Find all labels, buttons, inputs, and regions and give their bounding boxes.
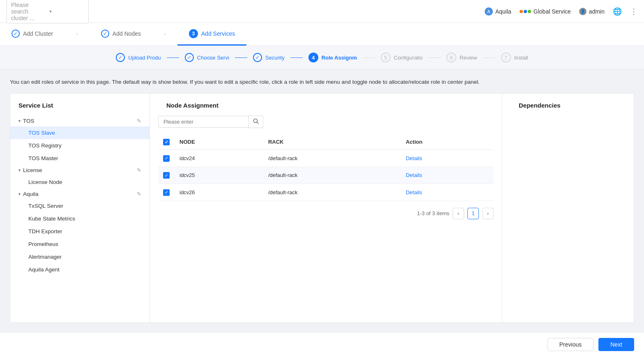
step-line-2 [235, 57, 247, 58]
num-icon-step4: 4 [308, 53, 318, 62]
service-group-tos-header[interactable]: ▾ TOS ✎ [10, 115, 150, 126]
service-item-tos-master[interactable]: TOS Master [10, 152, 150, 165]
check-icon-add-cluster: ✓ [12, 30, 20, 38]
tab-add-cluster[interactable]: ✓ Add Cluster [0, 23, 64, 46]
table-row: idcv25 /default-rack Details [158, 167, 494, 184]
aquila-label: Aquila [495, 8, 511, 15]
table-row: idcv26 /default-rack Details [158, 184, 494, 201]
search-icon [253, 118, 259, 124]
service-group-tos: ▾ TOS ✎ TOS Slave TOS Registry TOS Maste… [10, 115, 150, 165]
service-item-txsql-server[interactable]: TxSQL Server [10, 200, 150, 212]
check-icon-step3: ✓ [253, 53, 262, 62]
table-row: idcv24 /default-rack Details [158, 150, 494, 167]
step-install-label: Install [514, 55, 528, 61]
row-check-3[interactable] [163, 189, 170, 196]
pagination: 1-3 of 3 items ‹ 1 › [158, 208, 494, 219]
main-content: You can edit roles of service in this pa… [0, 69, 644, 328]
service-list-panel: Service List ▾ TOS ✎ TOS Slave TOS Regis… [10, 94, 150, 322]
step-bar: ✓ Upload Produ ✓ Choose Servi ✓ Security… [0, 46, 644, 69]
edit-icon-aquila[interactable]: ✎ [137, 191, 141, 197]
svg-line-1 [257, 122, 259, 124]
step-choose-service[interactable]: ✓ Choose Servi [179, 53, 235, 62]
tab-add-services[interactable]: 3 Add Services [177, 23, 246, 46]
row-rack-1: /default-rack [263, 150, 401, 167]
tab-add-cluster-label: Add Cluster [23, 30, 53, 37]
details-link-1[interactable]: Details [406, 155, 422, 161]
step-install[interactable]: 7 Install [495, 53, 534, 62]
global-service-nav-item[interactable]: Global Service [520, 8, 571, 15]
row-check-1[interactable] [163, 155, 170, 162]
service-item-kube-state[interactable]: Kube State Metrics [10, 212, 150, 225]
col-action-header: Action [401, 135, 494, 150]
step-role-assignment[interactable]: 4 Role Assignm [303, 53, 363, 62]
service-item-alertmanager[interactable]: Alertmanager [10, 250, 150, 263]
service-item-prometheus[interactable]: Prometheus [10, 238, 150, 250]
row-checkbox-3[interactable] [158, 184, 175, 201]
service-item-aquila-agent[interactable]: Aquila Agent [10, 263, 150, 276]
service-item-license-node[interactable]: License Node [10, 176, 150, 188]
page-prev-button[interactable]: ‹ [453, 208, 464, 219]
global-service-icon [520, 10, 531, 13]
step-line-3 [290, 57, 303, 58]
tab-add-nodes-label: Add Nodes [113, 30, 141, 37]
search-button[interactable] [248, 115, 263, 128]
step-security-label: Security [265, 55, 285, 61]
service-item-tos-registry[interactable]: TOS Registry [10, 139, 150, 152]
step-configuration[interactable]: 5 Configuratio [375, 53, 428, 62]
node-assignment-panel: Node Assignment NODE [150, 94, 502, 322]
row-rack-2: /default-rack [263, 167, 401, 184]
col-node-header: NODE [175, 135, 263, 150]
previous-button[interactable]: Previous [547, 338, 593, 351]
page-next-button[interactable]: › [482, 208, 494, 219]
header-right: A Aquila Global Service 👤 admin 🌐 ⋮ [485, 7, 637, 16]
page-1-button[interactable]: 1 [467, 208, 479, 219]
edit-icon-tos[interactable]: ✎ [137, 118, 141, 124]
cluster-search-dropdown[interactable]: Please search cluster ... ▾ [7, 0, 89, 23]
row-action-1[interactable]: Details [401, 150, 494, 167]
table-header-row: NODE RACK Action [158, 135, 494, 150]
step-review[interactable]: 6 Review [441, 53, 483, 62]
triangle-icon-tos: ▾ [18, 119, 21, 123]
details-link-3[interactable]: Details [406, 189, 422, 195]
service-group-aquila-header[interactable]: ▾ Aquila ✎ [10, 188, 150, 200]
num-icon-step7: 7 [501, 53, 511, 62]
service-group-aquila: ▾ Aquila ✎ TxSQL Server Kube State Metri… [10, 188, 150, 276]
header: Please search cluster ... ▾ A Aquila Glo… [0, 0, 644, 23]
step-security[interactable]: ✓ Security [247, 53, 290, 62]
service-group-aquila-name: Aquila [23, 191, 39, 197]
more-options-button[interactable]: ⋮ [630, 7, 637, 16]
tab-num-add-services: 3 [189, 29, 198, 38]
admin-nav-item[interactable]: 👤 admin [579, 8, 605, 15]
search-bar [158, 115, 494, 128]
row-check-2[interactable] [163, 172, 170, 179]
row-checkbox-2[interactable] [158, 167, 175, 184]
aquila-nav-item[interactable]: A Aquila [485, 7, 511, 16]
select-all-checkbox[interactable] [163, 139, 170, 145]
service-group-license: ▾ License ✎ License Node [10, 165, 150, 188]
tab-add-nodes[interactable]: ✓ Add Nodes [90, 23, 152, 46]
step-line-6 [483, 57, 495, 58]
top-nav: ✓ Add Cluster › ✓ Add Nodes › 3 Add Serv… [0, 23, 644, 46]
row-checkbox-1[interactable] [158, 150, 175, 167]
search-input[interactable] [158, 116, 248, 128]
cluster-search-placeholder: Please search cluster ... [11, 2, 46, 21]
details-link-2[interactable]: Details [406, 172, 422, 178]
pagination-info: 1-3 of 3 items [417, 210, 449, 216]
step-configuration-label: Configuratio [394, 55, 423, 61]
service-item-tos-slave[interactable]: TOS Slave [10, 126, 150, 139]
row-action-2[interactable]: Details [401, 167, 494, 184]
step-upload-product[interactable]: ✓ Upload Produ [110, 53, 167, 62]
globe-nav-item[interactable]: 🌐 [613, 7, 622, 16]
service-item-tdh-exporter[interactable]: TDH Exporter [10, 225, 150, 238]
chevron-down-icon: ▾ [49, 9, 84, 14]
row-node-2: idcv25 [175, 167, 263, 184]
service-group-license-header[interactable]: ▾ License ✎ [10, 165, 150, 176]
top-nav-tabs: ✓ Add Cluster › ✓ Add Nodes › 3 Add Serv… [0, 23, 246, 46]
globe-icon: 🌐 [613, 7, 622, 16]
service-group-tos-name: TOS [23, 118, 34, 124]
row-action-3[interactable]: Details [401, 184, 494, 201]
row-node-3: idcv26 [175, 184, 263, 201]
check-icon-step2: ✓ [185, 53, 194, 62]
next-button[interactable]: Next [598, 338, 634, 351]
edit-icon-license[interactable]: ✎ [137, 167, 141, 173]
